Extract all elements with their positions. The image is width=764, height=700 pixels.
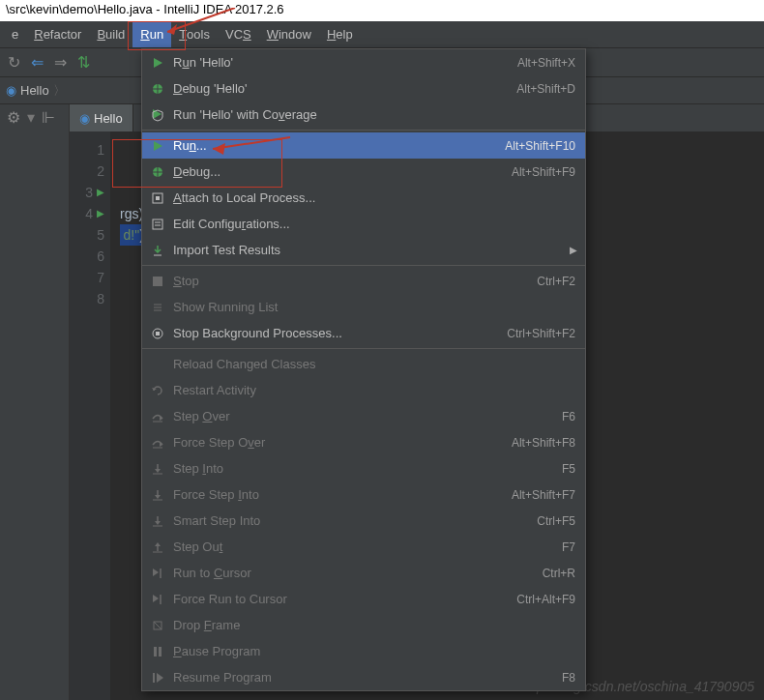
svg-marker-47 [157,673,163,683]
menu-item-label: Debug... [173,164,504,179]
list-icon [150,300,165,315]
menu-item-debug-hello[interactable]: Debug 'Hello'Alt+Shift+D [142,75,585,102]
menu-item-label: Step Out [173,540,554,554]
chevron-right-icon: 〉 [53,82,66,100]
title-bar: \src\kevin\demo\Hello.java - IntelliJ ID… [0,0,764,21]
menu-item-stop: StopCtrl+F2 [142,268,585,294]
menu-item-smart-step-into: Smart Step IntoCtrl+F5 [142,508,585,534]
menu-item-label: Import Test Results [173,243,575,257]
class-icon: ◉ [79,111,90,126]
svg-marker-40 [153,595,159,602]
svg-rect-46 [153,673,155,683]
gear-icon[interactable]: ⚙ [6,110,21,126]
svg-marker-38 [153,569,159,576]
gutter: 1 2 3▶ 4▶ 5 6 7 8 [70,131,110,700]
menu-item-step-out: Step OutF7 [142,534,585,560]
menu-shortcut: F8 [562,671,575,685]
menu-bar: e Refactor Build Run Tools VCS Window He… [0,21,764,48]
menu-item-force-step-over: Force Step OverAlt+Shift+F8 [142,429,585,455]
menu-item-stop-background-processes[interactable]: Stop Background Processes...Ctrl+Shift+F… [142,320,585,346]
menu-item-show-running-list: Show Running List [142,294,585,320]
breadcrumb-item[interactable]: ◉ Hello 〉 [6,82,66,100]
menu-item-step-into: Step IntoF5 [142,455,585,481]
menu-item-resume-program: Resume ProgramF8 [142,664,585,690]
forward-icon[interactable]: ⇒ [52,55,68,71]
run-icon [150,138,165,154]
menu-item-restart-activity: Restart Activity [142,377,585,403]
menu-shortcut: Ctrl+Alt+F9 [516,593,575,606]
menu-run[interactable]: Run [132,21,171,47]
stepover-icon [150,409,165,424]
menu-item-label: Run 'Hello' with Coverage [173,107,575,122]
svg-marker-33 [155,521,161,525]
menu-item-label: Force Run to Cursor [173,592,509,606]
menu-shortcut: Ctrl+F2 [537,275,575,288]
stepover-icon [150,435,165,451]
menu-vcs[interactable]: VCS [218,21,259,47]
refresh-icon[interactable]: ↻ [6,55,21,71]
svg-rect-15 [153,277,162,286]
svg-rect-44 [154,647,157,656]
attach-icon [150,190,165,206]
menu-shortcut: Ctrl+R [543,567,575,580]
svg-marker-27 [155,469,161,473]
menu-item-run-to-cursor: Run to CursorCtrl+R [142,560,585,586]
menu-shortcut: F6 [562,410,575,423]
sort-icon[interactable]: ⇅ [75,55,91,71]
class-icon: ◉ [6,83,16,98]
menu-item-run[interactable]: Run...Alt+Shift+F10 [142,132,585,159]
menu-item-label: Edit Configurations... [173,217,575,231]
menu-shortcut: Alt+Shift+F7 [512,488,575,502]
menu-help[interactable]: Help [319,21,361,47]
menu-build[interactable]: Build [89,21,132,47]
stepinto-icon [150,487,165,503]
menu-item-import-test-results[interactable]: Import Test Results▶ [142,237,585,263]
menu-item-label: Run 'Hello' [173,55,510,70]
pause-icon [150,644,165,659]
menu-shortcut: F7 [562,540,575,554]
menu-item-label: Restart Activity [173,383,575,397]
menu-item-attach-to-local-process[interactable]: Attach to Local Process... [142,185,585,211]
layout-icon[interactable]: ⊩ [41,110,56,126]
menu-shortcut: Ctrl+Shift+F2 [507,327,575,340]
menu-item-label: Run... [173,138,497,153]
menu-item-label: Step Over [173,409,554,423]
menu-item-edit-configurations[interactable]: Edit Configurations... [142,211,585,237]
menu-refactor[interactable]: Refactor [26,21,89,47]
submenu-arrow-icon: ▶ [570,245,577,255]
stop-icon [150,274,165,289]
menu-tools[interactable]: Tools [171,21,218,47]
menu-item-label: Run to Cursor [173,566,535,580]
menu-shortcut: Alt+Shift+D [516,82,575,96]
dropframe-icon [150,618,165,633]
debug-icon [150,164,165,180]
menu-item-reload-changed-classes: Reload Changed Classes [142,351,585,377]
menu-shortcut: Alt+Shift+F10 [505,139,575,153]
run-gutter-icon[interactable]: ▶ [97,182,104,203]
menu-item-label: Step Into [173,461,554,476]
tab-hello[interactable]: ◉ Hello [70,104,133,131]
stepinto-icon [150,461,165,477]
stopbg-icon [150,326,165,341]
left-tool-panel: ⚙ ▾ ⊩ [0,104,70,700]
menu-item-label: Stop [173,274,529,288]
menu-item-pause-program: Pause Program [142,638,585,664]
menu-shortcut: F5 [562,462,575,476]
back-icon[interactable]: ⇐ [29,55,44,71]
svg-rect-11 [153,219,162,229]
menu-item-label: Stop Background Processes... [173,326,499,340]
menu-shortcut: Alt+Shift+F8 [512,436,575,450]
menu-item-debug[interactable]: Debug...Alt+Shift+F9 [142,159,585,185]
svg-rect-20 [156,332,160,335]
menu-truncated[interactable]: e [4,21,26,47]
run-gutter-icon[interactable]: ▶ [97,203,104,224]
menu-separator [142,265,585,266]
blank-icon [150,357,165,372]
menu-item-force-step-into: Force Step IntoAlt+Shift+F7 [142,481,585,508]
menu-window[interactable]: Window [259,21,319,47]
menu-item-label: Reload Changed Classes [173,357,575,371]
stepout-icon [150,540,165,555]
menu-item-run-hello-with-coverage[interactable]: Run 'Hello' with Coverage [142,102,585,128]
restart-icon [150,383,165,398]
menu-item-run-hello[interactable]: Run 'Hello'Alt+Shift+X [142,49,585,75]
